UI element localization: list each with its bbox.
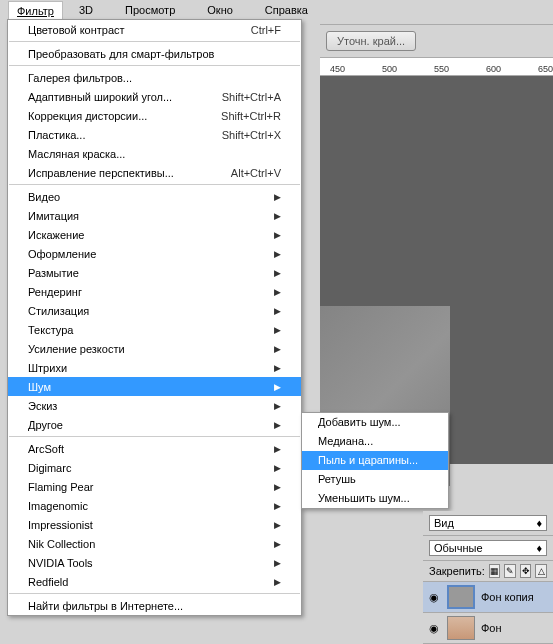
menu-flaming[interactable]: Flaming Pear▶ [8, 477, 301, 496]
layer-name: Фон копия [481, 591, 534, 603]
menu-brush[interactable]: Штрихи▶ [8, 358, 301, 377]
menu-texture[interactable]: Текстура▶ [8, 320, 301, 339]
layers-list: ◉ Фон копия ◉ Фон [423, 582, 553, 644]
menu-noise[interactable]: Шум▶ [8, 377, 301, 396]
blend-select[interactable]: Обычные♦ [429, 540, 547, 556]
menubar: Фильтр 3D Просмотр Окно Справка [0, 0, 553, 20]
layer-name: Фон [481, 622, 502, 634]
sub-add-noise[interactable]: Добавить шум... [302, 413, 448, 432]
ruler: 450 500 550 600 650 [320, 58, 553, 76]
lock-row: Закрепить: ▦ ✎ ✥ △ [423, 561, 553, 582]
menu-browse[interactable]: Найти фильтры в Интернете... [8, 596, 301, 615]
menu-liquify[interactable]: Пластика...Shift+Ctrl+X [8, 125, 301, 144]
menu-blur[interactable]: Размытие▶ [8, 263, 301, 282]
blend-row: Обычные♦ [423, 536, 553, 561]
menu-digimarc[interactable]: Digimarc▶ [8, 458, 301, 477]
menu-stylize[interactable]: Стилизация▶ [8, 301, 301, 320]
lock-transparency-icon[interactable]: ▦ [489, 564, 501, 578]
menu-vanishing[interactable]: Исправление перспективы...Alt+Ctrl+V [8, 163, 301, 182]
menu-view[interactable]: Просмотр [109, 1, 191, 19]
noise-submenu: Добавить шум... Медиана... Пыль и царапи… [301, 412, 449, 509]
menu-smart[interactable]: Преобразовать для смарт-фильтров [8, 44, 301, 63]
menu-nvidia[interactable]: NVIDIA Tools▶ [8, 553, 301, 572]
menu-render[interactable]: Рендеринг▶ [8, 282, 301, 301]
menu-help[interactable]: Справка [249, 1, 324, 19]
eye-icon[interactable]: ◉ [427, 622, 441, 635]
menu-imagenomic[interactable]: Imagenomic▶ [8, 496, 301, 515]
view-select[interactable]: Вид♦ [429, 515, 547, 531]
menu-last-filter[interactable]: Цветовой контрастCtrl+F [8, 20, 301, 39]
menu-gallery[interactable]: Галерея фильтров... [8, 68, 301, 87]
menu-impressionist[interactable]: Impressionist▶ [8, 515, 301, 534]
eye-icon[interactable]: ◉ [427, 591, 441, 604]
layers-panel: Вид♦ Обычные♦ Закрепить: ▦ ✎ ✥ △ ◉ Фон к… [423, 511, 553, 644]
layer-thumb [447, 585, 475, 609]
options-bar: Уточн. край... [320, 24, 553, 58]
lock-paint-icon[interactable]: ✎ [504, 564, 516, 578]
menu-redfield[interactable]: Redfield▶ [8, 572, 301, 591]
menu-lens[interactable]: Коррекция дисторсии...Shift+Ctrl+R [8, 106, 301, 125]
layer-thumb [447, 616, 475, 640]
sub-dust-scratches[interactable]: Пыль и царапины... [302, 451, 448, 470]
menu-window[interactable]: Окно [191, 1, 249, 19]
menu-video[interactable]: Видео▶ [8, 187, 301, 206]
filter-menu: Цветовой контрастCtrl+F Преобразовать дл… [7, 19, 302, 616]
sub-reduce-noise[interactable]: Уменьшить шум... [302, 489, 448, 508]
layer-row[interactable]: ◉ Фон копия [423, 582, 553, 613]
view-select-row: Вид♦ [423, 511, 553, 536]
menu-distort[interactable]: Искажение▶ [8, 225, 301, 244]
sub-median[interactable]: Медиана... [302, 432, 448, 451]
menu-arcsoft[interactable]: ArcSoft▶ [8, 439, 301, 458]
sub-retouch[interactable]: Ретушь [302, 470, 448, 489]
lock-move-icon[interactable]: ✥ [520, 564, 532, 578]
menu-sketch[interactable]: Эскиз▶ [8, 396, 301, 415]
menu-sharpen[interactable]: Усиление резкости▶ [8, 339, 301, 358]
menu-oil[interactable]: Масляная краска... [8, 144, 301, 163]
menu-pixelate[interactable]: Оформление▶ [8, 244, 301, 263]
canvas[interactable] [320, 76, 553, 464]
lock-label: Закрепить: [429, 565, 485, 577]
menu-nik[interactable]: Nik Collection▶ [8, 534, 301, 553]
menu-3d[interactable]: 3D [63, 1, 109, 19]
lock-all-icon[interactable]: △ [535, 564, 547, 578]
layer-row[interactable]: ◉ Фон [423, 613, 553, 644]
menu-artistic[interactable]: Имитация▶ [8, 206, 301, 225]
menu-filter[interactable]: Фильтр [8, 1, 63, 20]
menu-wide[interactable]: Адаптивный широкий угол...Shift+Ctrl+A [8, 87, 301, 106]
menu-other[interactable]: Другое▶ [8, 415, 301, 434]
refine-edge-button[interactable]: Уточн. край... [326, 31, 416, 51]
